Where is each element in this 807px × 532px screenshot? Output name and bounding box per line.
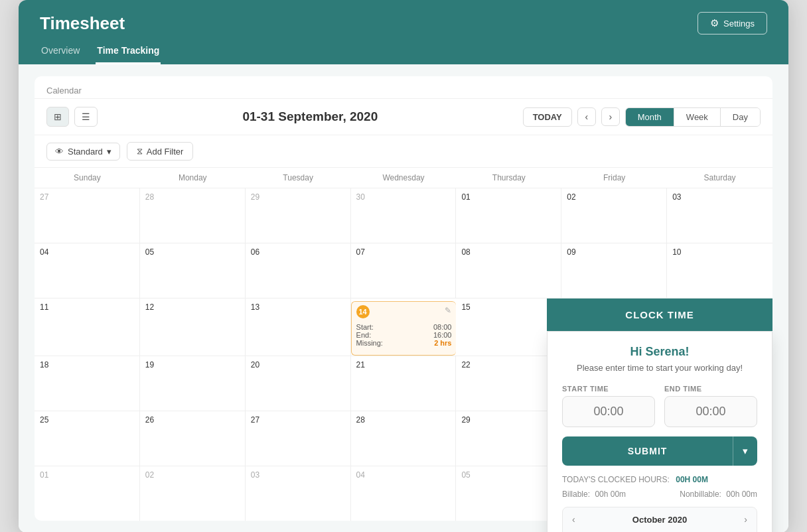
next-arrow[interactable]: › [601,107,620,126]
header: Timesheet ⚙ Settings Overview Time Track… [19,0,788,64]
calendar-cell[interactable]: 11 [35,299,140,356]
end-time-input[interactable] [664,396,757,427]
day-header-thursday: Thursday [456,168,561,188]
calendar-cell[interactable]: 06 [246,243,351,298]
mini-cal-prev[interactable]: ‹ [569,514,578,525]
standard-filter[interactable]: 👁 Standard ▾ [46,143,120,161]
start-time-input[interactable] [562,396,655,427]
calendar-cell[interactable]: 04 [351,466,457,521]
calendar-cell-14[interactable]: 14 ✎ Start: 08:00 End: 16:00 Missing: [351,301,457,356]
tab-overview[interactable]: Overview [40,41,81,64]
calendar-cell-17[interactable]: CLOCK TIME Hi Serena! Please enter time … [667,299,772,356]
calendar-cell[interactable]: 03 [667,188,772,243]
calendar-cell[interactable]: 01 [35,466,140,521]
calendar-cell-15[interactable]: 15 [456,299,561,356]
clock-time-button[interactable]: CLOCK TIME [547,299,772,331]
clock-panel-body: Hi Serena! Please enter time to start yo… [547,331,772,532]
day-header-tuesday: Tuesday [246,168,351,188]
clock-greeting: Hi Serena! [562,345,757,359]
edit-icon[interactable]: ✎ [445,306,451,315]
main-content: Calendar ⊞ ☰ 01-31 September, 2020 TODAY… [19,64,788,532]
calendar-cell[interactable]: 13 [246,299,351,356]
day-button[interactable]: Day [721,108,760,126]
start-time-field: START TIME [562,385,655,427]
calendar-cell[interactable]: 18 [35,356,140,411]
submit-dropdown-button[interactable]: ▾ [733,436,757,466]
calendar-cell[interactable]: 19 [140,356,246,411]
calendar-cell[interactable]: 22 [456,356,561,411]
calendar-cell[interactable]: 28 [140,188,246,243]
calendar-cell[interactable]: 08 [456,243,561,298]
calendar-cell[interactable]: 09 [561,243,667,298]
gear-icon: ⚙ [710,17,719,29]
calendar-cell[interactable]: 01 [456,188,561,243]
app-window: Timesheet ⚙ Settings Overview Time Track… [19,0,788,532]
list-view-button[interactable]: ☰ [74,107,98,127]
calendar-cell[interactable]: 25 [35,411,140,466]
end-time-field: END TIME [664,385,757,427]
calendar-cell[interactable]: 27 [35,188,140,243]
add-filter-label: Add Filter [147,147,184,157]
end-time-label: END TIME [664,385,757,393]
time-inputs: START TIME END TIME [562,385,757,427]
calendar-cell[interactable]: 04 [35,243,140,298]
mini-calendar: ‹ October 2020 › Su Mo Tu We [562,507,757,532]
settings-label: Settings [723,19,755,29]
calendar-cell[interactable]: 30 [351,188,457,243]
submit-button[interactable]: SUBMIT [562,436,733,466]
calendar-section: Calendar ⊞ ☰ 01-31 September, 2020 TODAY… [35,76,772,521]
calendar-cell[interactable]: 29 [246,188,351,243]
calendar-cell[interactable]: 03 [246,466,351,521]
week-row: 04 05 06 07 08 09 10 [35,243,772,299]
calendar-cell[interactable]: 28 [351,411,457,466]
add-filter-button[interactable]: ⧖ Add Filter [127,142,194,161]
mini-cal-title: October 2020 [632,515,687,525]
clock-time-panel: CLOCK TIME Hi Serena! Please enter time … [547,299,772,532]
filter-bar: 👁 Standard ▾ ⧖ Add Filter [35,135,772,168]
week-row: 11 12 13 14 ✎ Start: 08:00 [35,299,772,356]
day-header-friday: Friday [561,168,667,188]
calendar-cell[interactable]: 05 [456,466,561,521]
calendar-cell[interactable]: 21 [351,356,457,411]
app-title: Timesheet [40,13,125,34]
view-toggle: ⊞ ☰ [46,107,98,127]
calendar-cell[interactable]: 20 [246,356,351,411]
nav-tabs: Overview Time Tracking [40,41,767,64]
mini-cal-header: ‹ October 2020 › [569,514,750,525]
date-range-display: 01-31 September, 2020 [242,109,378,124]
day-header-sunday: Sunday [35,168,140,188]
grid-view-button[interactable]: ⊞ [46,107,69,127]
day-header-saturday: Saturday [667,168,772,188]
calendar-label: Calendar [35,76,772,99]
today-button[interactable]: TODAY [523,107,572,127]
week-row: 27 28 29 30 01 02 03 [35,188,772,243]
calendar-grid: Sunday Monday Tuesday Wednesday Thursday… [35,168,772,521]
calendar-cell[interactable]: 26 [140,411,246,466]
month-button[interactable]: Month [626,108,674,126]
settings-button[interactable]: ⚙ Settings [697,12,767,34]
event-badge: 14 [356,305,370,318]
tab-time-tracking[interactable]: Time Tracking [96,41,161,64]
mini-cal-next[interactable]: › [741,514,750,525]
prev-arrow[interactable]: ‹ [577,107,596,126]
calendar-cell[interactable]: 07 [351,243,457,298]
day-header-monday: Monday [140,168,246,188]
week-button[interactable]: Week [674,108,721,126]
calendar-cell[interactable]: 05 [140,243,246,298]
eye-icon: 👁 [55,147,64,157]
submit-row: SUBMIT ▾ [562,436,757,466]
calendar-cell[interactable]: 02 [561,188,667,243]
calendar-cell[interactable]: 27 [246,411,351,466]
billable-row: Billable: 00h 00m Nonbillable: 00h 00m [562,490,757,499]
calendar-toolbar: ⊞ ☰ 01-31 September, 2020 TODAY ‹ › Mont… [35,99,772,135]
calendar-cell[interactable]: 12 [140,299,246,356]
dropdown-arrow-icon: ▾ [107,147,111,157]
toolbar-right: TODAY ‹ › Month Week Day [523,107,761,127]
day-headers: Sunday Monday Tuesday Wednesday Thursday… [35,168,772,188]
calendar-cell[interactable]: 10 [667,243,772,298]
filter-icon: ⧖ [137,146,143,157]
start-time-label: START TIME [562,385,655,393]
calendar-cell[interactable]: 29 [456,411,561,466]
clocked-hours-row: TODAY'S CLOCKED HOURS: 00H 00M [562,475,757,484]
calendar-cell[interactable]: 02 [140,466,246,521]
